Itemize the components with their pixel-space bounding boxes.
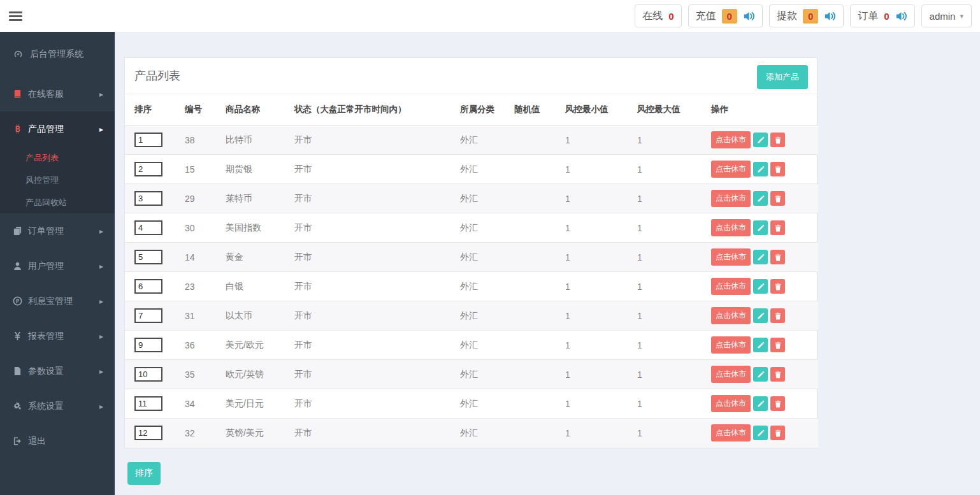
cell-id: 30 (180, 213, 220, 243)
sort-input[interactable] (134, 279, 162, 294)
close-market-button[interactable]: 点击休市 (711, 190, 751, 207)
cell-status: 开市 (289, 272, 455, 301)
sidebar-item-interest-management[interactable]: 利息宝管理▸ (0, 283, 115, 319)
edit-button[interactable] (753, 133, 768, 147)
close-market-button[interactable]: 点击休市 (711, 307, 751, 324)
close-market-button[interactable]: 点击休市 (711, 366, 751, 383)
stat-count-badge: 0 (884, 11, 889, 22)
sidebar-item-parameter-settings[interactable]: 参数设置▸ (0, 354, 115, 389)
column-header: 商品名称 (220, 94, 289, 126)
trash-icon (774, 371, 782, 378)
cell-category: 外汇 (455, 389, 509, 419)
cell-risk-min: 1 (560, 389, 632, 419)
sort-input[interactable] (134, 396, 162, 411)
sidebar-item-label: 产品管理 (28, 124, 64, 135)
delete-button[interactable] (770, 279, 785, 294)
close-market-button[interactable]: 点击休市 (711, 248, 751, 266)
actions: 点击休市 (711, 131, 813, 148)
sidebar-item-online-service[interactable]: 在线客服▸ (0, 76, 115, 111)
edit-button[interactable] (753, 308, 768, 323)
close-market-button[interactable]: 点击休市 (711, 424, 751, 441)
stat-recharge[interactable]: 充值0 (688, 4, 763, 27)
stat-withdraw[interactable]: 提款0 (769, 4, 844, 27)
close-market-button[interactable]: 点击休市 (711, 278, 751, 295)
actions: 点击休市 (711, 307, 813, 324)
menu-icon[interactable] (9, 10, 22, 23)
delete-button[interactable] (770, 162, 785, 176)
pencil-icon (757, 195, 765, 203)
stat-online[interactable]: 在线0 (635, 4, 681, 27)
edit-button[interactable] (753, 338, 768, 352)
sidebar-group-logout: 退出 (0, 424, 115, 459)
cell-sort (125, 419, 180, 448)
bitcoin-icon (13, 124, 22, 134)
edit-button[interactable] (753, 250, 768, 264)
cell-actions: 点击休市 (706, 419, 818, 448)
delete-button[interactable] (770, 308, 785, 323)
speaker-icon[interactable] (824, 10, 836, 22)
close-market-button[interactable]: 点击休市 (711, 131, 751, 148)
sidebar-item-report-management[interactable]: 报表管理▸ (0, 319, 115, 354)
delete-button[interactable] (770, 220, 785, 235)
delete-button[interactable] (770, 191, 785, 206)
delete-button[interactable] (770, 426, 785, 440)
cell-random (509, 213, 560, 243)
sort-button[interactable]: 排序 (127, 462, 161, 485)
sort-input[interactable] (134, 162, 162, 176)
cell-name: 美元/欧元 (220, 331, 289, 360)
speaker-icon[interactable] (743, 10, 755, 22)
sidebar-item-user-management[interactable]: 用户管理▸ (0, 248, 115, 283)
sidebar-item-system-settings[interactable]: 系统设置▸ (0, 389, 115, 424)
delete-button[interactable] (770, 250, 785, 264)
chevron-right-icon: ▸ (99, 90, 103, 99)
speaker-icon[interactable] (895, 10, 907, 22)
sidebar-item-order-management[interactable]: 订单管理▸ (0, 213, 115, 248)
sort-input[interactable] (134, 220, 162, 235)
sort-input[interactable] (134, 338, 162, 352)
edit-button[interactable] (753, 191, 768, 206)
close-market-button[interactable]: 点击休市 (711, 336, 751, 354)
sidebar-item-label: 订单管理 (28, 226, 64, 237)
edit-button[interactable] (753, 396, 768, 411)
edit-button[interactable] (753, 279, 768, 294)
sidebar-item-risk-management[interactable]: 风控管理 (0, 169, 115, 191)
cell-risk-max: 1 (632, 272, 706, 301)
edit-button[interactable] (753, 426, 768, 440)
admin-menu[interactable]: admin ▾ (921, 4, 972, 27)
edit-button[interactable] (753, 367, 768, 382)
delete-button[interactable] (770, 133, 785, 147)
cell-sort (125, 331, 180, 360)
add-product-button[interactable]: 添加产品 (757, 65, 808, 89)
edit-button[interactable] (753, 220, 768, 235)
sort-input[interactable] (134, 191, 162, 206)
close-market-button[interactable]: 点击休市 (711, 219, 751, 236)
edit-button[interactable] (753, 162, 768, 176)
sidebar-item-logout[interactable]: 退出 (0, 424, 115, 459)
cell-category: 外汇 (455, 419, 509, 448)
cell-random (509, 272, 560, 301)
delete-button[interactable] (770, 367, 785, 382)
cell-status: 开市 (289, 389, 455, 419)
sidebar-item-product-management[interactable]: 产品管理▸ (0, 111, 115, 147)
stat-order[interactable]: 订单0 (850, 4, 914, 27)
sort-input[interactable] (134, 133, 162, 147)
sort-input[interactable] (134, 250, 162, 264)
table-row: 38比特币开市外汇11点击休市 (125, 126, 818, 155)
sort-input[interactable] (134, 426, 162, 440)
delete-button[interactable] (770, 338, 785, 352)
cell-id: 36 (180, 331, 220, 360)
sort-input[interactable] (134, 367, 162, 382)
stat-count-badge: 0 (668, 11, 674, 22)
sidebar-item-product-list[interactable]: 产品列表 (0, 147, 115, 169)
sort-input[interactable] (134, 308, 162, 323)
cell-status: 开市 (289, 213, 455, 243)
cell-name: 欧元/英镑 (220, 360, 289, 389)
cell-status: 开市 (289, 126, 455, 155)
close-market-button[interactable]: 点击休市 (711, 395, 751, 412)
close-market-button[interactable]: 点击休市 (711, 161, 751, 178)
sidebar-item-product-recycle[interactable]: 产品回收站 (0, 191, 115, 213)
sidebar-item-label: 报表管理 (28, 331, 64, 342)
cell-actions: 点击休市 (706, 331, 818, 360)
delete-button[interactable] (770, 396, 785, 411)
cell-risk-max: 1 (632, 360, 706, 389)
